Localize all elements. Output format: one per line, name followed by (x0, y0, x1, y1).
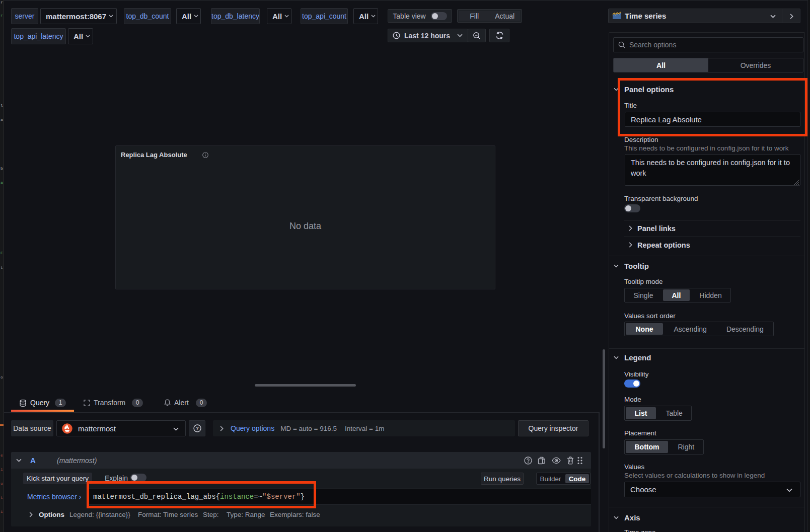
svg-text:?: ? (196, 425, 199, 431)
